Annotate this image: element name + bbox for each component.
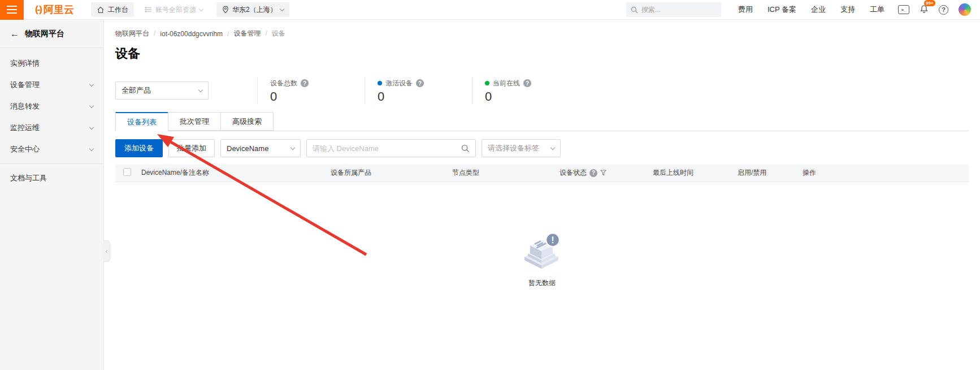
- breadcrumb-iot-platform[interactable]: 物联网平台: [115, 29, 160, 38]
- workbench-label: 工作台: [108, 5, 128, 15]
- stat-value: 0: [270, 91, 365, 103]
- no-data-icon: !: [522, 232, 562, 272]
- column-actions: 操作: [803, 168, 969, 178]
- topbar: (-) 阿里云 工作台 账号全部资源 华东2（上海） 费用 ICP 备案 企业 …: [0, 0, 980, 20]
- search-icon: [631, 6, 638, 14]
- chevron-down-icon: [89, 124, 94, 129]
- breadcrumb-instance-id[interactable]: iot-06z00ddgcvvrihm: [160, 30, 233, 38]
- device-search-input[interactable]: [313, 144, 457, 153]
- column-devicename: DeviceName/备注名称: [141, 168, 331, 178]
- avatar[interactable]: [959, 3, 971, 16]
- filter-funnel-icon[interactable]: [600, 170, 606, 176]
- empty-state-text: 暂无数据: [528, 278, 556, 288]
- chevron-down-icon: [89, 146, 94, 150]
- main-content: 物联网平台 iot-06z00ddgcvvrihm 设备管理 设备 设备 全部产…: [104, 20, 980, 370]
- column-product: 设备所属产品: [331, 168, 452, 178]
- page-title: 设备: [115, 45, 969, 62]
- sidebar-item-security-center[interactable]: 安全中心: [0, 139, 103, 160]
- resources-icon: [144, 6, 152, 13]
- help-icon[interactable]: ?: [523, 79, 531, 87]
- stat-label: 当前在线: [493, 79, 520, 88]
- device-search-box: [306, 139, 476, 157]
- sidebar-nav: 实例详情 设备管理 消息转发 监控运维 安全中心 文档与工具: [0, 48, 103, 189]
- sidebar-item-instance-details[interactable]: 实例详情: [0, 53, 103, 74]
- breadcrumb-current-devices: 设备: [272, 29, 285, 38]
- column-enable-disable: 启用/禁用: [738, 168, 803, 178]
- breadcrumb: 物联网平台 iot-06z00ddgcvvrihm 设备管理 设备: [115, 29, 969, 38]
- chevron-down-icon: [89, 103, 94, 107]
- chevron-down-icon: [550, 145, 555, 149]
- stat-total-devices: 设备总数 ? 0: [257, 77, 365, 104]
- workbench-button[interactable]: 工作台: [91, 2, 134, 17]
- topbar-link-icp[interactable]: ICP 备案: [767, 5, 796, 15]
- device-tag-select[interactable]: 请选择设备标签: [482, 139, 561, 157]
- add-device-button[interactable]: 添加设备: [115, 139, 163, 157]
- back-arrow-icon[interactable]: ←: [10, 29, 19, 39]
- sidebar-item-device-management[interactable]: 设备管理: [0, 74, 103, 96]
- aliyun-logo-text: 阿里云: [44, 3, 74, 16]
- aliyun-logo-icon: (-): [35, 4, 41, 15]
- notifications-button[interactable]: 99+: [920, 5, 929, 15]
- region-selector[interactable]: 华东2（上海）: [216, 2, 289, 17]
- sidebar-item-docs-tools[interactable]: 文档与工具: [0, 167, 103, 189]
- location-pin-icon: [222, 6, 229, 14]
- account-resources-dropdown[interactable]: 账号全部资源: [144, 5, 203, 15]
- green-dot-icon: [485, 81, 489, 85]
- breadcrumb-device-management[interactable]: 设备管理: [233, 29, 271, 38]
- tab-bar: 设备列表 批次管理 高级搜索: [115, 112, 969, 131]
- column-status: 设备状态 ?: [560, 168, 653, 178]
- topbar-links: 费用 ICP 备案 企业 支持 工单: [738, 5, 884, 15]
- column-last-online: 最后上线时间: [653, 168, 738, 178]
- topbar-link-enterprise[interactable]: 企业: [811, 5, 826, 15]
- empty-state: ! 暂无数据: [115, 232, 969, 288]
- notification-badge: 99+: [924, 0, 935, 6]
- region-label: 华东2（上海）: [232, 5, 277, 15]
- home-icon: [97, 6, 105, 14]
- hamburger-menu-button[interactable]: [0, 0, 24, 20]
- cloudshell-icon[interactable]: >_: [898, 5, 909, 14]
- sidebar-divider: [0, 164, 103, 164]
- exclamation-icon: !: [551, 235, 554, 245]
- stat-label: 激活设备: [385, 79, 413, 88]
- sidebar-collapse-handle[interactable]: ‹: [103, 240, 110, 262]
- tab-device-list[interactable]: 设备列表: [115, 112, 168, 131]
- sidebar: ← 物联网平台 实例详情 设备管理 消息转发 监控运维 安全中心: [0, 20, 104, 370]
- topbar-icon-group: >_ 99+ ?: [898, 5, 948, 15]
- tab-advanced-search[interactable]: 高级搜索: [220, 112, 274, 131]
- stat-label: 设备总数: [270, 79, 297, 88]
- select-all-checkbox[interactable]: [123, 168, 131, 176]
- topbar-link-billing[interactable]: 费用: [738, 5, 753, 15]
- chevron-down-icon: [199, 6, 203, 11]
- topbar-link-support[interactable]: 支持: [840, 5, 855, 15]
- stats-row: 全部产品 设备总数 ? 0 激活设备 ? 0: [115, 77, 969, 104]
- search-field-select[interactable]: DeviceName: [220, 139, 301, 157]
- sidebar-header: ← 物联网平台: [0, 20, 103, 48]
- global-search: [626, 2, 721, 17]
- product-filter-select[interactable]: 全部产品: [115, 81, 209, 100]
- help-icon[interactable]: ?: [301, 79, 309, 87]
- device-toolbar: 添加设备 批量添加 DeviceName 请选择设备标签: [115, 139, 969, 157]
- stat-activated-devices: 激活设备 ? 0: [365, 77, 472, 104]
- stat-value: 0: [485, 91, 579, 103]
- sidebar-item-message-forwarding[interactable]: 消息转发: [0, 96, 103, 117]
- help-icon[interactable]: ?: [589, 169, 597, 177]
- blue-dot-icon: [378, 81, 382, 85]
- column-node-type: 节点类型: [452, 168, 560, 178]
- sidebar-title: 物联网平台: [25, 29, 64, 39]
- stat-online-devices: 当前在线 ? 0: [472, 77, 579, 104]
- chevron-down-icon: [89, 81, 94, 86]
- help-icon[interactable]: ?: [416, 79, 424, 87]
- device-table-header: DeviceName/备注名称 设备所属产品 节点类型 设备状态 ? 最后上线时…: [115, 164, 969, 182]
- aliyun-logo[interactable]: (-) 阿里云: [35, 3, 74, 16]
- account-resources-label: 账号全部资源: [155, 5, 196, 15]
- batch-add-button[interactable]: 批量添加: [168, 139, 215, 157]
- global-search-input[interactable]: [641, 6, 717, 14]
- sidebar-item-monitoring-ops[interactable]: 监控运维: [0, 117, 103, 139]
- tab-batch-management[interactable]: 批次管理: [168, 112, 221, 131]
- topbar-link-tickets[interactable]: 工单: [870, 5, 884, 15]
- chevron-down-icon: [279, 6, 284, 11]
- chevron-down-icon: [290, 145, 295, 149]
- stat-value: 0: [378, 91, 472, 103]
- search-icon[interactable]: [461, 144, 470, 153]
- help-icon[interactable]: ?: [939, 5, 948, 15]
